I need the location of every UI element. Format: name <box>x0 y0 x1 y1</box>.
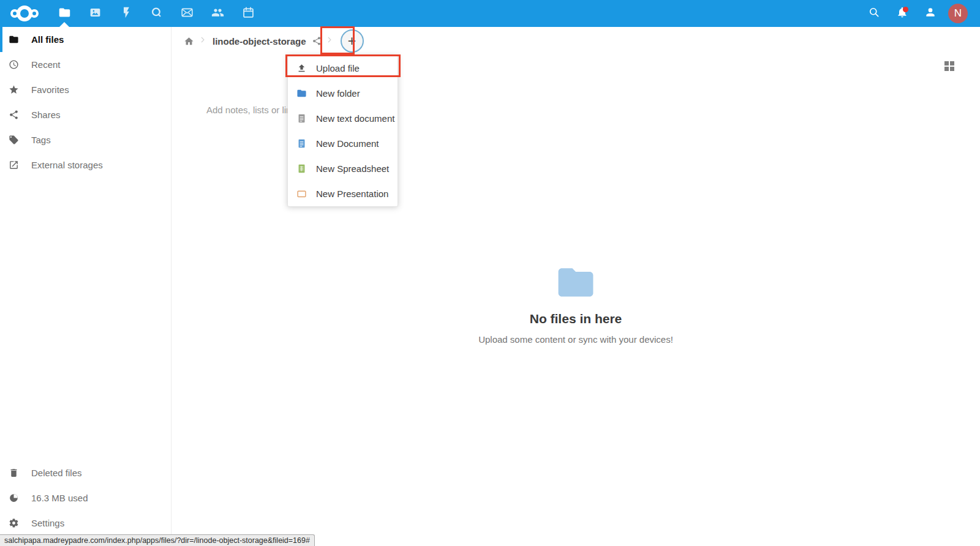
talk-icon <box>150 6 163 21</box>
top-bar-right: N <box>860 0 980 27</box>
menu-item-new-folder[interactable]: New folder <box>288 81 398 106</box>
quota-pie-icon <box>9 493 19 503</box>
sidebar-item-all-files[interactable]: All files <box>0 27 171 52</box>
sidebar-item-shares[interactable]: Shares <box>0 102 171 127</box>
document-icon <box>296 138 307 149</box>
sidebar-item-label: Settings <box>31 518 64 528</box>
sidebar-item-label: External storages <box>31 160 103 170</box>
calendar-icon <box>242 6 255 21</box>
person-icon <box>924 6 937 21</box>
notification-dot <box>903 7 908 12</box>
empty-state-title: No files in here <box>172 312 980 326</box>
plus-icon: + <box>348 34 356 48</box>
upload-icon <box>296 63 307 73</box>
sidebar-item-favorites[interactable]: Favorites <box>0 77 171 102</box>
workspace-notes-placeholder[interactable]: Add notes, lists or lin <box>206 105 291 115</box>
active-item-indicator <box>0 27 2 52</box>
photos-icon <box>89 6 102 21</box>
new-file-button[interactable]: + <box>341 29 364 53</box>
folder-icon <box>9 34 19 45</box>
menu-item-label: New folder <box>316 88 360 99</box>
app-photos[interactable] <box>80 0 110 27</box>
new-file-menu: Upload file New folder New text document… <box>287 55 398 207</box>
share-folder-button[interactable] <box>309 28 325 54</box>
nextcloud-logo[interactable] <box>0 0 49 27</box>
empty-folder-icon <box>172 267 980 299</box>
sidebar-item-tags[interactable]: Tags <box>0 127 171 152</box>
sidebar-item-label: Tags <box>31 135 51 145</box>
presentation-icon <box>296 189 307 199</box>
menu-item-new-text-document[interactable]: New text document <box>288 106 398 131</box>
empty-state-subtitle: Upload some content or sync with your de… <box>172 334 980 345</box>
grid-view-icon <box>944 61 949 65</box>
avatar[interactable]: N <box>948 4 968 23</box>
trash-icon <box>9 468 19 478</box>
search-icon <box>868 6 880 21</box>
app-calendar[interactable] <box>233 0 263 27</box>
grid-view-toggle-button[interactable] <box>944 61 954 71</box>
empty-state: No files in here Upload some content or … <box>172 267 980 345</box>
lightning-icon <box>119 6 132 21</box>
text-file-icon <box>296 113 307 124</box>
gear-icon <box>9 518 19 528</box>
sidebar-item-label: Deleted files <box>31 468 82 478</box>
sidebar-item-label: Shares <box>31 110 61 120</box>
contacts-menu-button[interactable] <box>916 0 944 27</box>
menu-item-label: New Document <box>316 138 379 149</box>
menu-item-new-spreadsheet[interactable]: New Spreadsheet <box>288 156 398 181</box>
menu-item-label: New Spreadsheet <box>316 163 389 174</box>
menu-item-new-presentation[interactable]: New Presentation <box>288 181 398 206</box>
notifications-button[interactable] <box>888 0 916 27</box>
chevron-right-icon <box>325 35 334 47</box>
mail-icon <box>181 6 194 21</box>
sidebar-item-deleted-files[interactable]: Deleted files <box>0 460 171 485</box>
app-talk[interactable] <box>141 0 172 27</box>
sidebar-item-settings[interactable]: Settings <box>0 510 171 536</box>
sidebar-item-label: Favorites <box>31 84 69 95</box>
sidebar-bottom: Deleted files 16.3 MB used Settings <box>0 460 171 536</box>
folder-icon <box>58 6 71 21</box>
menu-item-label: New text document <box>316 113 394 124</box>
sidebar-item-external-storages[interactable]: External storages <box>0 152 171 178</box>
search-button[interactable] <box>860 0 888 27</box>
menu-item-label: New Presentation <box>316 189 388 199</box>
contacts-icon <box>211 6 224 21</box>
top-bar: N <box>0 0 980 27</box>
sidebar-item-label: Recent <box>31 59 61 70</box>
breadcrumb-home-button[interactable] <box>179 28 198 54</box>
sidebar-item-quota: 16.3 MB used <box>0 485 171 510</box>
spreadsheet-icon <box>296 163 307 174</box>
tag-icon <box>9 135 19 145</box>
share-icon <box>9 110 19 120</box>
nextcloud-logo-circles <box>10 6 39 21</box>
menu-item-label: Upload file <box>316 63 360 73</box>
app-activity[interactable] <box>110 0 141 27</box>
external-link-icon <box>9 160 19 170</box>
app-files[interactable] <box>49 0 80 27</box>
sidebar-item-recent[interactable]: Recent <box>0 52 171 77</box>
active-app-caret <box>59 22 69 27</box>
share-icon <box>312 36 322 46</box>
sidebar-item-label: All files <box>31 34 64 45</box>
breadcrumb-bar: linode-object-storage + <box>172 27 980 55</box>
app-contacts[interactable] <box>202 0 233 27</box>
chevron-right-icon <box>198 35 208 47</box>
menu-item-upload-file[interactable]: Upload file <box>288 56 398 81</box>
menu-item-new-document[interactable]: New Document <box>288 131 398 156</box>
quota-label: 16.3 MB used <box>31 493 88 503</box>
folder-icon <box>296 88 307 99</box>
breadcrumb-current-folder[interactable]: linode-object-storage <box>213 36 306 47</box>
clock-icon <box>9 59 19 70</box>
home-icon <box>184 36 194 47</box>
star-icon <box>9 84 19 95</box>
status-url-tooltip: salchipapa.madreypadre.com/index.php/app… <box>0 534 315 546</box>
app-mail[interactable] <box>172 0 202 27</box>
sidebar: All files Recent Favorites Shares Tags E… <box>0 27 172 546</box>
